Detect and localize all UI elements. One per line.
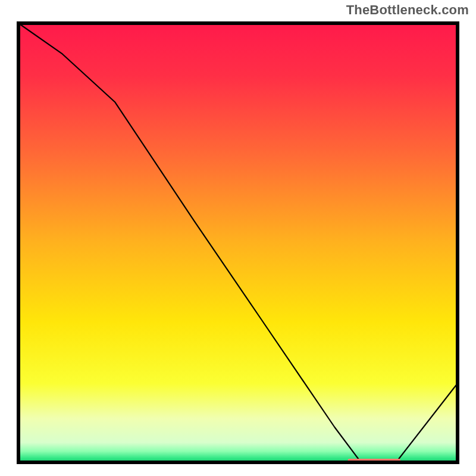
gradient-background [18, 23, 458, 462]
chart-container: TheBottleneck.com [0, 0, 476, 476]
watermark-text: TheBottleneck.com [346, 2, 469, 18]
plot-area [12, 17, 464, 469]
chart-svg [12, 17, 464, 469]
